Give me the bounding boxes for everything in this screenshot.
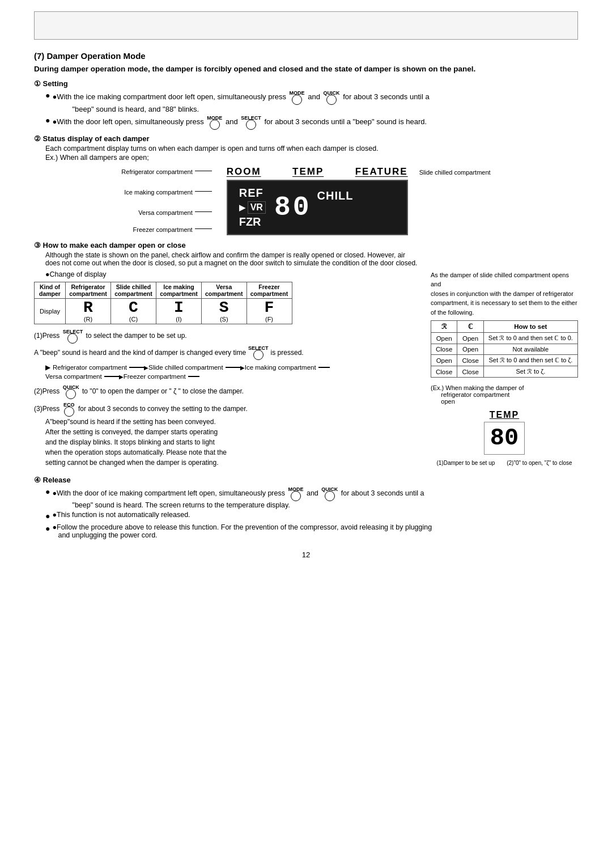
press1-beep: A "beep" sound is heard and the kind of … (34, 345, 414, 360)
td-I: I(I) (156, 298, 202, 324)
eco-btn-wrap: ECO (63, 402, 75, 417)
label-ice-comp: Ice making compartment (121, 189, 211, 196)
td-display-label: Display (35, 298, 66, 324)
select-btn1-wrap: SELECT (63, 329, 83, 344)
release-heading: ④ Release (34, 476, 578, 484)
display-table: Kind ofdamper Refrigeratorcompartment Sl… (34, 282, 292, 324)
temp-display-small: TEMP 80 (484, 410, 525, 455)
release-bullet1: ● ●With the door of ice making compartme… (45, 486, 578, 509)
and-text3: and (307, 489, 320, 497)
change-label: ●Change of display (45, 270, 414, 278)
how-text2: does not come out when the door is close… (45, 259, 578, 267)
status-text1: Each compartment display turns on when e… (45, 145, 578, 153)
quick-btn[interactable] (326, 95, 337, 105)
mode-btn2-wrap: MODE (207, 115, 222, 130)
select-btn1[interactable] (67, 333, 78, 344)
temp-label: TEMP (484, 410, 525, 420)
how-text1: Although the state is shown on the panel… (45, 251, 578, 259)
press3-line: (3)Press ECO for about 3 seconds to conv… (34, 402, 414, 417)
press3-line1: After the setting is conveyed, the dampe… (45, 427, 414, 437)
release-bullet2: ● ●This function is not automatically re… (45, 511, 578, 522)
press1-line: (1)Press SELECT to select the damper to … (34, 329, 414, 344)
panel-header: ROOM TEMP FEATURE (227, 166, 408, 177)
status-heading: ② Status display of each damper (34, 134, 149, 143)
mode-btn2[interactable] (210, 120, 220, 130)
quick-btn3[interactable] (325, 491, 335, 501)
bullet1-pre: ●With the ice making compartment door le… (52, 92, 286, 101)
quick-btn-wrap: QUICK (324, 90, 340, 105)
release-section: ④ Release ● ●With the door of ice making… (34, 476, 578, 540)
damper-notes: (1)Damper to be set up (2)"0" to open, "… (431, 460, 578, 466)
select-btn2[interactable] (253, 350, 264, 360)
label-freezer-comp: Freezer compartment (121, 226, 211, 233)
select-btn2-wrap: SELECT (248, 345, 269, 360)
mode-btn-wrap: MODE (290, 90, 305, 105)
howto-row3: Close Close Set ℛ to ζ. (431, 366, 578, 378)
th-freezer: Freezercompartment (246, 282, 292, 298)
td-C: C(C) (111, 298, 156, 324)
panel-left-labels: REF ▶ VR FZR (239, 187, 266, 228)
mode-btn[interactable] (292, 95, 302, 105)
howto-col2: How to set (483, 321, 577, 333)
section-title: (7) Damper Operation Mode (34, 51, 578, 61)
panel-display-container: ROOM TEMP FEATURE REF ▶ VR FZR 80 CHILL (227, 166, 408, 235)
howto-col1: ℂ (457, 321, 483, 333)
panel-digit: 80 (274, 192, 312, 223)
top-bar (34, 11, 578, 40)
th-ref: Refrigeratorcompartment (66, 282, 111, 298)
panel-label-right: Slide chilled compartment (419, 169, 491, 176)
howto-row2: Open Close Set ℛ to 0 and then set ℂ to … (431, 355, 578, 366)
how-heading: ③ How to make each damper open or close (34, 241, 186, 249)
th-slide: Slide chilledcompartment (111, 282, 156, 298)
mode-btn3-wrap: MODE (288, 486, 303, 501)
bullet2-post: for about 3 seconds until a "beep" sound… (264, 117, 427, 126)
temp-display-section: (Ex.) When making the damper of refriger… (431, 384, 578, 466)
th-versa: Versacompartment (202, 282, 247, 298)
change-display-section: ●Change of display Kind ofdamper Refrige… (34, 270, 578, 468)
col-right: As the damper of slide chilled compartme… (431, 270, 578, 467)
status-text2: Ex.) When all dampers are open; (45, 154, 578, 162)
press3-line0: A"beep"sound is heard if the setting has… (45, 417, 414, 427)
howto-col0: ℛ (431, 321, 457, 333)
select-btn-wrap: SELECT (241, 115, 261, 130)
page-number: 12 (34, 551, 578, 559)
td-F: F(F) (246, 298, 292, 324)
panel-labels-left: Refrigerator compartment Ice making comp… (121, 168, 215, 233)
howto-row1: Close Open Not available (431, 344, 578, 355)
press3-line3: when the operation stops automatically. … (45, 447, 414, 458)
howto-row0: Open Open Set ℛ to 0 and then set ℂ to 0… (431, 333, 578, 344)
col-left: ●Change of display Kind ofdamper Refrige… (34, 270, 414, 468)
bullet2-pre: ●With the door left open, simultaneously… (52, 117, 203, 126)
mode-btn3[interactable] (291, 491, 301, 501)
and-text: and (308, 92, 320, 101)
flow-line1: ▶ Refrigerator compartment ▶ Slide chill… (45, 363, 414, 371)
select-btn[interactable] (246, 120, 256, 130)
right-col-text: As the damper of slide chilled compartme… (431, 270, 578, 317)
howto-table: ℛ ℂ How to set Open Open Set ℛ to 0 and … (431, 320, 578, 378)
flow-line2: Versa compartment ▶ Freezer compartment (45, 373, 414, 380)
damper-note1: (1)Damper to be set up (436, 460, 495, 466)
label-versa-comp: Versa compartment (121, 209, 211, 216)
setting-label: ① Setting (34, 79, 68, 88)
quick-btn2-wrap: QUICK (63, 384, 79, 399)
ref-label: REF (239, 187, 266, 200)
vr-label: VR (248, 201, 266, 214)
th-kind: Kind ofdamper (35, 282, 66, 298)
panel-diagram: Refrigerator compartment Ice making comp… (34, 166, 578, 235)
release-bullet3: ● ●Follow the procedure above to release… (45, 523, 578, 539)
bullet1-blink: "beep" sound is heard, and "88" blinks. (72, 105, 199, 113)
eco-btn[interactable] (64, 407, 74, 417)
section-intro: During damper operation mode, the damper… (34, 64, 578, 75)
quick-btn3-wrap: QUICK (321, 486, 338, 501)
bullet2: ● ●With the door left open, simultaneous… (45, 115, 578, 130)
label-ref-comp: Refrigerator compartment (121, 168, 211, 175)
td-R: R(R) (66, 298, 111, 324)
quick-btn2[interactable] (66, 389, 76, 399)
and-text2: and (226, 117, 240, 126)
press3-line2: and the display blinks. It stops blinkin… (45, 437, 414, 447)
bullet1-post: for about 3 seconds until a (343, 92, 430, 101)
fzr-label: FZR (239, 215, 266, 228)
press3-line4: setting cannot be changed when the dampe… (45, 458, 414, 468)
bullet1: ● ●With the ice making compartment door … (45, 90, 578, 113)
panel-chill: CHILL (317, 189, 354, 202)
